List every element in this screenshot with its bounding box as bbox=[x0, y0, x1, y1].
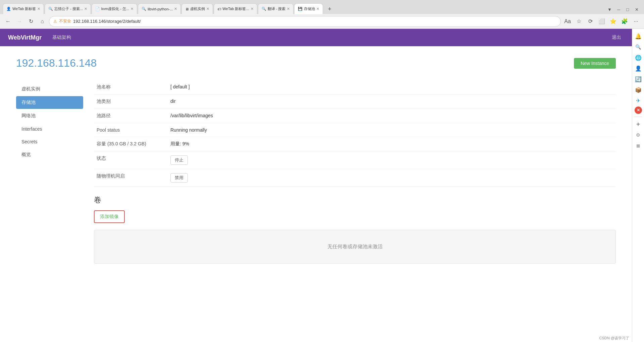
tab-search1[interactable]: 🔍 忘情公子 - 搜索... ✕ bbox=[45, 3, 91, 14]
tab-close-8[interactable]: ✕ bbox=[316, 7, 319, 11]
minimize-button[interactable]: ─ bbox=[614, 6, 623, 13]
page-content: WebVirtMgr 基础架构 退出 192.168.116.148 New I… bbox=[0, 29, 632, 342]
tab-wetab2[interactable]: 🏷 WeTab 新标签... ✕ bbox=[214, 3, 257, 14]
maximize-button[interactable]: □ bbox=[624, 6, 632, 13]
row-capacity: 容量 (35.0 GB / 3.2 GB) 用量: 9% bbox=[94, 137, 616, 151]
tab-wetab1[interactable]: 👤 WeTab 新标签 ✕ bbox=[3, 3, 44, 14]
more-button[interactable]: ··· bbox=[631, 17, 641, 26]
tab-storage[interactable]: 💾 存储池 ✕ bbox=[294, 3, 323, 14]
page-title: 192.168.116.148 bbox=[16, 57, 97, 69]
home-button[interactable]: ⌂ bbox=[38, 17, 47, 26]
main-wrapper: WebVirtMgr 基础架构 退出 192.168.116.148 New I… bbox=[0, 29, 644, 342]
rs-user-icon[interactable]: 👤 bbox=[634, 64, 643, 73]
new-tab-button[interactable]: + bbox=[325, 4, 334, 14]
rs-plus-button[interactable]: + bbox=[634, 120, 643, 129]
tab-close-7[interactable]: ✕ bbox=[287, 7, 290, 11]
rs-bell-icon[interactable]: 🔔 bbox=[634, 31, 643, 41]
back-button[interactable]: ← bbox=[3, 17, 13, 26]
tab-close-5[interactable]: ✕ bbox=[206, 7, 209, 11]
row-pool-path: 池路径 /var/lib/libvirt/images bbox=[94, 109, 616, 123]
page-header: 192.168.116.148 New Instance bbox=[16, 57, 616, 69]
autostart-cell: 禁用 bbox=[168, 169, 616, 187]
sidebar-item-instances[interactable]: 虚机实例 bbox=[16, 83, 83, 95]
rs-search-icon[interactable]: 🔍 bbox=[634, 42, 643, 52]
autostart-label: 随物理机同启 bbox=[94, 169, 168, 187]
favorites-bar-button[interactable]: ⭐ bbox=[608, 17, 618, 26]
add-image-button[interactable]: 添加镜像 bbox=[94, 210, 125, 223]
rs-refresh-icon[interactable]: 🔄 bbox=[634, 74, 643, 84]
tab-virt-instance[interactable]: 🖥 虚机实例 ✕ bbox=[181, 3, 213, 14]
tab-translate[interactable]: 🔍 翻译 - 搜索 ✕ bbox=[258, 3, 294, 14]
row-pool-status: Pool status Running normally bbox=[94, 123, 616, 137]
pool-name-value: [ default ] bbox=[168, 80, 616, 94]
rs-grid-icon[interactable]: ▦ bbox=[634, 141, 643, 150]
info-table: 池名称 [ default ] 池类别 dir 池路径 /var/lib/lib… bbox=[94, 80, 616, 187]
address-bar[interactable]: ⚠ 不安全 192.168.116.146/storage/2/default/ bbox=[49, 16, 561, 27]
volumes-section: 卷 添加镜像 无任何卷或存储池未激活 bbox=[94, 195, 616, 264]
navbar-infrastructure-link[interactable]: 基础架构 bbox=[50, 33, 74, 42]
volumes-title: 卷 bbox=[94, 195, 616, 205]
page-body: 192.168.116.148 New Instance 虚机实例 存储池 网络… bbox=[0, 46, 632, 342]
row-pool-type: 池类别 dir bbox=[94, 94, 616, 109]
rs-close-circle[interactable]: ✕ bbox=[635, 107, 642, 114]
tab-close-4[interactable]: ✕ bbox=[174, 7, 177, 11]
pool-path-value: /var/lib/libvirt/images bbox=[168, 109, 616, 123]
pool-status-value: Running normally bbox=[168, 123, 616, 137]
detail-panel: 池名称 [ default ] 池类别 dir 池路径 /var/lib/lib… bbox=[83, 80, 616, 264]
navbar: WebVirtMgr 基础架构 退出 bbox=[0, 29, 632, 46]
sidebar-item-interfaces[interactable]: Interfaces bbox=[16, 123, 83, 135]
row-pool-name: 池名称 [ default ] bbox=[94, 80, 616, 94]
sidebar-item-overview[interactable]: 概览 bbox=[16, 148, 83, 161]
tab-list-button[interactable]: ▼ bbox=[605, 6, 614, 13]
disable-button[interactable]: 禁用 bbox=[170, 173, 188, 183]
row-autostart: 随物理机同启 禁用 bbox=[94, 169, 616, 187]
rs-globe-icon[interactable]: 🌐 bbox=[634, 53, 643, 62]
rs-divider bbox=[634, 117, 642, 117]
address-text: 192.168.116.146/storage/2/default/ bbox=[73, 19, 556, 24]
tab-close-1[interactable]: ✕ bbox=[37, 7, 40, 11]
extensions-button[interactable]: 🧩 bbox=[620, 17, 629, 26]
tab-libvirt[interactable]: 🔍 libvirt-python-... ✕ bbox=[138, 3, 181, 14]
navbar-logout[interactable]: 退出 bbox=[609, 33, 624, 42]
status-text: CSDN @该学习了 bbox=[599, 336, 629, 340]
read-mode-button[interactable]: Aa bbox=[563, 17, 572, 26]
status-bar: CSDN @该学习了 bbox=[597, 334, 632, 342]
sidebar-item-storage[interactable]: 存储池 bbox=[16, 96, 83, 109]
tab-kvm[interactable]: 📄 kvm虚拟化 - 怎... ✕ bbox=[92, 3, 137, 14]
pool-status-label: Pool status bbox=[94, 123, 168, 137]
browser-chrome: 👤 WeTab 新标签 ✕ 🔍 忘情公子 - 搜索... ✕ 📄 kvm虚拟化 … bbox=[0, 0, 644, 29]
rs-send-icon[interactable]: ✈ bbox=[634, 96, 643, 105]
security-warning: ⚠ bbox=[53, 19, 57, 24]
pool-type-label: 池类别 bbox=[94, 94, 168, 109]
reload-button[interactable]: ↻ bbox=[26, 17, 36, 26]
split-screen-button[interactable]: ⬜ bbox=[597, 17, 606, 26]
pool-path-label: 池路径 bbox=[94, 109, 168, 123]
pool-type-value: dir bbox=[168, 94, 616, 109]
tab-close-6[interactable]: ✕ bbox=[251, 7, 254, 11]
new-instance-button[interactable]: New Instance bbox=[574, 58, 616, 69]
sidebar-item-secrets[interactable]: Secrets bbox=[16, 136, 83, 148]
navbar-brand: WebVirtMgr bbox=[8, 34, 42, 41]
forward-button[interactable]: → bbox=[15, 17, 24, 26]
tab-close-3[interactable]: ✕ bbox=[130, 7, 133, 11]
pool-name-label: 池名称 bbox=[94, 80, 168, 94]
state-cell: 停止 bbox=[168, 151, 616, 169]
sidebar: 虚机实例 存储池 网络池 Interfaces Secrets bbox=[16, 83, 83, 264]
tab-close-2[interactable]: ✕ bbox=[84, 7, 87, 11]
favorites-button[interactable]: ☆ bbox=[574, 17, 584, 26]
rs-box-icon[interactable]: 📦 bbox=[634, 85, 643, 94]
refresh-icon-btn[interactable]: ⟳ bbox=[586, 17, 595, 26]
capacity-label: 容量 (35.0 GB / 3.2 GB) bbox=[94, 137, 168, 151]
stop-button[interactable]: 停止 bbox=[170, 155, 188, 165]
empty-message: 无任何卷或存储池未激活 bbox=[327, 244, 383, 249]
state-label: 状态 bbox=[94, 151, 168, 169]
capacity-value: 用量: 9% bbox=[168, 137, 616, 151]
row-state: 状态 停止 bbox=[94, 151, 616, 169]
empty-panel: 无任何卷或存储池未激活 bbox=[94, 230, 616, 264]
rs-settings-icon[interactable]: ⚙ bbox=[634, 130, 643, 140]
security-warning-text: 不安全 bbox=[59, 18, 71, 24]
right-sidebar: 🔔 🔍 🌐 👤 🔄 📦 ✈ ✕ + ⚙ ▦ bbox=[632, 29, 644, 342]
content-row: 虚机实例 存储池 网络池 Interfaces Secrets bbox=[16, 80, 616, 264]
close-window-button[interactable]: ✕ bbox=[632, 6, 641, 13]
sidebar-item-network[interactable]: 网络池 bbox=[16, 110, 83, 122]
